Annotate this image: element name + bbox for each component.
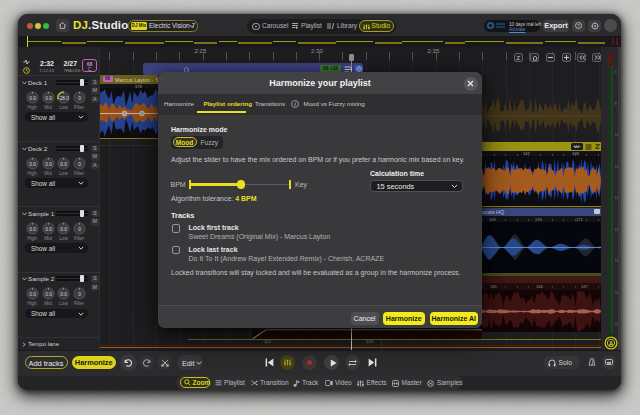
svg-text:0.0: 0.0 [45,161,52,166]
svg-text:0.0: 0.0 [29,226,36,231]
svg-text:0: 0 [78,161,81,166]
svg-text:0.0: 0.0 [60,226,67,231]
svg-text:0.0: 0.0 [45,226,52,231]
svg-text:0.0: 0.0 [29,95,36,100]
svg-text:0.0: 0.0 [60,161,67,166]
svg-text:-28.0: -28.0 [58,95,69,100]
svg-text:0: 0 [78,95,81,100]
svg-text:0.0: 0.0 [45,292,52,297]
svg-text:0: 0 [78,226,81,231]
svg-text:0.0: 0.0 [60,292,67,297]
svg-text:0.0: 0.0 [29,292,36,297]
svg-text:A: A [608,340,613,347]
svg-text:0.0: 0.0 [29,161,36,166]
svg-text:0: 0 [78,292,81,297]
svg-text:0.0: 0.0 [45,95,52,100]
